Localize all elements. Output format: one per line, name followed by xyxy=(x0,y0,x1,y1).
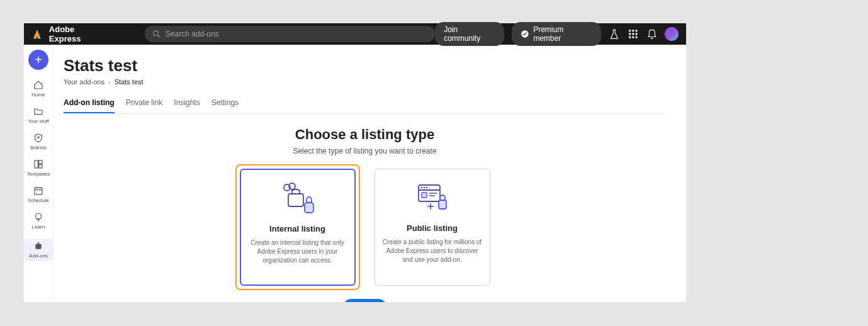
public-listing-illustration-icon xyxy=(415,179,450,215)
search-icon xyxy=(152,30,161,38)
brand-label: Adobe Express xyxy=(49,25,108,43)
tab-private-link[interactable]: Private link xyxy=(126,98,163,113)
svg-rect-25 xyxy=(305,203,313,213)
svg-point-12 xyxy=(38,137,40,138)
nav-learn[interactable]: Learn xyxy=(24,212,53,230)
nav-templates[interactable]: Templates xyxy=(24,159,53,177)
bell-icon[interactable] xyxy=(646,28,658,40)
tab-settings[interactable]: Settings xyxy=(211,98,239,113)
card-title: Public listing xyxy=(407,223,458,233)
puzzle-icon xyxy=(33,241,43,251)
lightbulb-icon xyxy=(33,212,43,222)
nav-label: Home xyxy=(31,92,45,98)
premium-member-button[interactable]: Premium member xyxy=(512,22,601,46)
breadcrumb: Your add-ons › Stats test xyxy=(64,78,666,86)
nav-brands[interactable]: Brands xyxy=(24,133,53,150)
folder-icon xyxy=(33,106,43,116)
nav-schedule[interactable]: Schedule xyxy=(24,186,53,203)
calendar-icon xyxy=(33,186,43,196)
nav-label: Add-ons xyxy=(29,253,48,259)
nav-addons[interactable]: Add-ons xyxy=(24,239,53,261)
tab-insights[interactable]: Insights xyxy=(174,98,200,113)
svg-rect-6 xyxy=(629,33,631,35)
svg-rect-24 xyxy=(288,194,303,206)
listing-type-section: Choose a listing type Select the type of… xyxy=(64,126,666,302)
svg-rect-15 xyxy=(39,165,42,168)
public-listing-card[interactable]: Public listing Create a public listing f… xyxy=(370,164,495,290)
svg-rect-5 xyxy=(635,30,637,31)
home-icon xyxy=(33,80,43,90)
search-box[interactable] xyxy=(145,26,436,42)
card-description: Create an internal listing that only Ado… xyxy=(249,239,347,265)
svg-rect-13 xyxy=(35,160,38,168)
tab-addon-listing[interactable]: Add-on listing xyxy=(64,98,115,113)
shield-icon xyxy=(33,133,43,143)
card-description: Create a public listing for millions of … xyxy=(383,238,482,264)
svg-rect-16 xyxy=(35,188,42,194)
svg-rect-3 xyxy=(629,30,631,31)
internal-listing-card[interactable]: Internal listing Create an internal list… xyxy=(235,164,360,290)
svg-rect-4 xyxy=(632,30,634,31)
plus-icon: + xyxy=(35,53,42,66)
svg-point-28 xyxy=(420,187,422,189)
nav-label: Learn xyxy=(32,224,45,230)
create-fab-button[interactable]: + xyxy=(28,50,48,70)
flask-icon[interactable] xyxy=(609,28,620,40)
adobe-express-logo-icon xyxy=(31,28,43,40)
svg-rect-14 xyxy=(39,160,42,164)
search-input[interactable] xyxy=(166,30,427,38)
nav-label: Your stuff xyxy=(28,118,48,124)
nav-your-stuff[interactable]: Your stuff xyxy=(24,106,53,124)
svg-rect-34 xyxy=(439,200,446,209)
svg-rect-10 xyxy=(632,37,634,38)
section-title: Choose a listing type xyxy=(64,126,666,143)
premium-label: Premium member xyxy=(533,25,592,43)
svg-rect-9 xyxy=(629,37,631,38)
svg-point-30 xyxy=(426,187,427,189)
section-subtitle: Select the type of listing you want to c… xyxy=(64,147,666,155)
svg-rect-20 xyxy=(35,244,41,249)
breadcrumb-current: Stats test xyxy=(115,78,144,86)
svg-point-29 xyxy=(423,187,425,189)
page-title: Stats test xyxy=(64,56,666,76)
listing-cards: Internal listing Create an internal list… xyxy=(64,164,666,290)
join-community-button[interactable]: Join community xyxy=(435,22,504,46)
svg-point-0 xyxy=(153,31,158,36)
breadcrumb-root[interactable]: Your add-ons xyxy=(64,78,104,86)
internal-listing-illustration-icon xyxy=(278,180,317,215)
top-bar: Adobe Express Join community Premium mem… xyxy=(24,23,686,45)
svg-rect-7 xyxy=(632,33,634,35)
nav-label: Schedule xyxy=(28,198,48,203)
nav-label: Brands xyxy=(30,145,46,150)
templates-icon xyxy=(33,159,43,169)
svg-rect-8 xyxy=(635,33,637,35)
svg-rect-11 xyxy=(635,37,637,38)
tabs: Add-on listing Private link Insights Set… xyxy=(64,98,666,114)
user-avatar[interactable] xyxy=(665,27,679,41)
svg-rect-21 xyxy=(38,242,40,244)
nav-home[interactable]: Home xyxy=(24,80,53,98)
checkmark-badge-icon xyxy=(521,30,529,38)
create-button[interactable]: Create xyxy=(343,299,386,302)
app-window: Adobe Express Join community Premium mem… xyxy=(24,23,686,302)
content-area: Stats test Your add-ons › Stats test Add… xyxy=(54,45,686,302)
left-nav: + Home Your stuff Brands Templates Sched… xyxy=(24,45,54,302)
svg-rect-31 xyxy=(422,193,427,198)
nav-label: Templates xyxy=(27,171,50,177)
svg-line-1 xyxy=(157,35,159,37)
chevron-right-icon: › xyxy=(108,78,111,86)
card-title: Internal listing xyxy=(269,224,325,233)
apps-grid-icon[interactable] xyxy=(628,28,639,40)
